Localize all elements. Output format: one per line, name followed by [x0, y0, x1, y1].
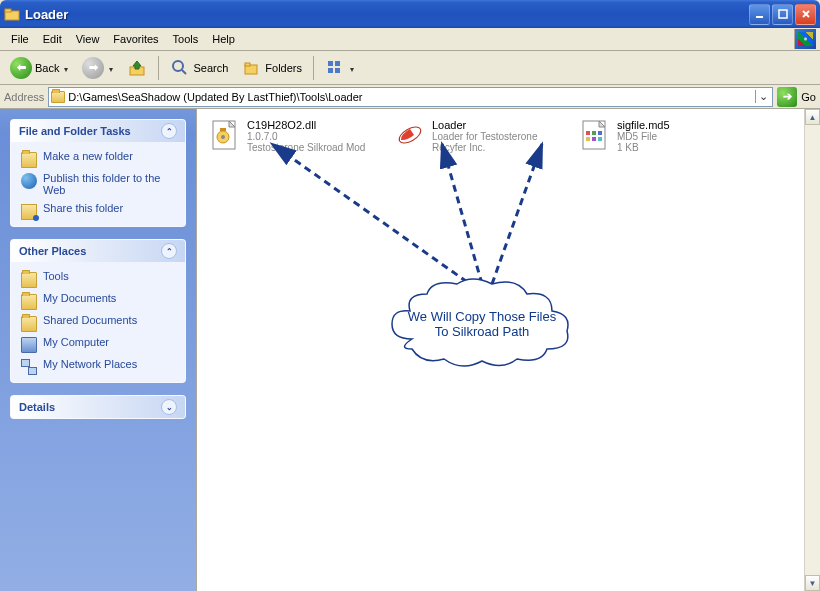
place-tools[interactable]: Tools — [21, 270, 175, 286]
svg-line-6 — [182, 70, 186, 74]
svg-rect-24 — [598, 137, 602, 141]
toolbar-separator — [313, 56, 314, 80]
folder-icon — [21, 294, 37, 310]
scroll-up-button[interactable]: ▲ — [805, 109, 820, 125]
place-label: My Computer — [43, 336, 109, 348]
forward-button[interactable]: ➡ — [76, 53, 119, 83]
address-label: Address — [4, 91, 44, 103]
place-my-computer[interactable]: My Computer — [21, 336, 175, 352]
search-button[interactable]: Search — [164, 54, 234, 82]
svg-line-25 — [272, 144, 477, 289]
place-shared-documents[interactable]: Shared Documents — [21, 314, 175, 330]
views-dropdown-icon[interactable] — [348, 62, 354, 74]
address-input[interactable]: D:\Games\SeaShadow (Updated By LastThief… — [48, 87, 773, 107]
search-icon — [170, 58, 190, 78]
back-dropdown-icon[interactable] — [62, 62, 68, 74]
chevron-up-icon[interactable]: ⌃ — [161, 243, 177, 259]
menu-edit[interactable]: Edit — [36, 30, 69, 48]
svg-rect-1 — [5, 9, 11, 12]
task-label: Publish this folder to the Web — [43, 172, 175, 196]
maximize-button[interactable] — [772, 4, 793, 25]
go-button[interactable]: ➔ — [777, 87, 797, 107]
svg-rect-16 — [220, 128, 226, 131]
svg-rect-12 — [335, 68, 340, 73]
task-label: Share this folder — [43, 202, 123, 214]
folders-button[interactable]: Folders — [236, 54, 308, 82]
file-line: Testosterone Silkroad Mod — [247, 142, 365, 153]
file-name: Loader — [432, 119, 537, 131]
folders-label: Folders — [265, 62, 302, 74]
close-button[interactable] — [795, 4, 816, 25]
panel-details: Details ⌄ — [10, 395, 186, 419]
menu-help[interactable]: Help — [205, 30, 242, 48]
scroll-track[interactable] — [805, 125, 820, 575]
back-button[interactable]: ⬅ Back — [4, 53, 74, 83]
chevron-up-icon[interactable]: ⌃ — [161, 123, 177, 139]
chevron-down-icon[interactable]: ⌄ — [161, 399, 177, 415]
place-my-documents[interactable]: My Documents — [21, 292, 175, 308]
svg-rect-22 — [586, 137, 590, 141]
svg-rect-10 — [335, 61, 340, 66]
task-publish-web[interactable]: Publish this folder to the Web — [21, 172, 175, 196]
svg-rect-21 — [598, 131, 602, 135]
minimize-button[interactable] — [749, 4, 770, 25]
place-label: Shared Documents — [43, 314, 137, 326]
address-bar: Address D:\Games\SeaShadow (Updated By L… — [0, 85, 820, 109]
search-label: Search — [193, 62, 228, 74]
folders-icon — [242, 58, 262, 78]
menu-tools[interactable]: Tools — [166, 30, 206, 48]
file-item[interactable]: sigfile.md5 MD5 File 1 KB — [579, 119, 744, 153]
svg-rect-2 — [756, 16, 763, 18]
panel-header[interactable]: File and Folder Tasks ⌃ — [11, 120, 185, 142]
svg-rect-3 — [779, 10, 787, 18]
vertical-scrollbar[interactable]: ▲ ▼ — [804, 109, 820, 591]
dll-file-icon — [209, 119, 241, 151]
menu-bar: File Edit View Favorites Tools Help — [0, 28, 820, 51]
scroll-down-button[interactable]: ▼ — [805, 575, 820, 591]
toolbar: ⬅ Back ➡ Search Folders — [0, 51, 820, 85]
new-folder-icon — [21, 152, 37, 168]
up-button[interactable] — [121, 54, 153, 82]
panel-header[interactable]: Other Places ⌃ — [11, 240, 185, 262]
file-line: 1.0.7.0 — [247, 131, 365, 142]
title-bar: Loader — [0, 0, 820, 28]
svg-rect-23 — [592, 137, 596, 141]
place-network-places[interactable]: My Network Places — [21, 358, 175, 374]
menu-view[interactable]: View — [69, 30, 107, 48]
sidebar: File and Folder Tasks ⌃ Make a new folde… — [0, 109, 196, 591]
file-list-area[interactable]: C19H28O2.dll 1.0.7.0 Testosterone Silkro… — [196, 109, 820, 591]
forward-dropdown-icon[interactable] — [107, 62, 113, 74]
svg-rect-8 — [245, 63, 250, 66]
file-name: sigfile.md5 — [617, 119, 670, 131]
task-make-folder[interactable]: Make a new folder — [21, 150, 175, 166]
toolbar-separator — [158, 56, 159, 80]
svg-line-27 — [492, 144, 542, 284]
panel-other-places: Other Places ⌃ Tools My Documents Shared… — [10, 239, 186, 383]
window-title: Loader — [25, 7, 749, 22]
task-label: Make a new folder — [43, 150, 133, 162]
task-share-folder[interactable]: Share this folder — [21, 202, 175, 218]
globe-icon — [21, 173, 37, 189]
folder-icon — [21, 272, 37, 288]
place-label: My Network Places — [43, 358, 137, 370]
views-icon — [325, 58, 345, 78]
annotation-text: We Will Copy Those Files To Silkroad Pat… — [387, 284, 577, 364]
back-arrow-icon: ⬅ — [10, 57, 32, 79]
place-label: Tools — [43, 270, 69, 282]
panel-header[interactable]: Details ⌄ — [11, 396, 185, 418]
views-button[interactable] — [319, 54, 360, 82]
place-label: My Documents — [43, 292, 116, 304]
file-item[interactable]: Loader Loader for Testosterone Recyfer I… — [394, 119, 559, 153]
menu-favorites[interactable]: Favorites — [106, 30, 165, 48]
svg-rect-11 — [328, 68, 333, 73]
file-item[interactable]: C19H28O2.dll 1.0.7.0 Testosterone Silkro… — [209, 119, 374, 153]
folder-icon — [4, 6, 20, 22]
go-label: Go — [801, 91, 816, 103]
network-icon — [21, 359, 37, 375]
windows-throbber-icon — [794, 29, 816, 49]
menu-file[interactable]: File — [4, 30, 36, 48]
file-line: Recyfer Inc. — [432, 142, 537, 153]
svg-point-15 — [221, 135, 225, 139]
svg-line-26 — [442, 144, 482, 284]
address-dropdown-icon[interactable]: ⌄ — [755, 90, 770, 103]
